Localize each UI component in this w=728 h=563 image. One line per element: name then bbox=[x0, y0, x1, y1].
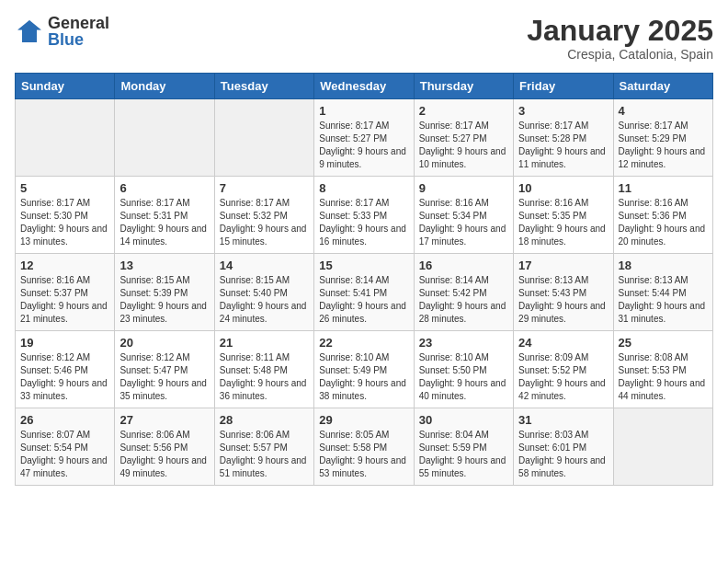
calendar-cell bbox=[214, 99, 313, 177]
weekday-header-monday: Monday bbox=[115, 74, 214, 99]
day-info: Sunrise: 8:15 AMSunset: 5:40 PMDaylight:… bbox=[220, 274, 309, 326]
calendar-cell: 12Sunrise: 8:16 AMSunset: 5:37 PMDayligh… bbox=[16, 254, 115, 331]
logo: General Blue bbox=[15, 15, 109, 48]
calendar-week-3: 12Sunrise: 8:16 AMSunset: 5:37 PMDayligh… bbox=[16, 254, 713, 331]
weekday-header-friday: Friday bbox=[514, 74, 613, 99]
day-info: Sunrise: 8:05 AMSunset: 5:58 PMDaylight:… bbox=[319, 429, 408, 480]
day-info: Sunrise: 8:04 AMSunset: 5:59 PMDaylight:… bbox=[419, 429, 508, 480]
day-info: Sunrise: 8:17 AMSunset: 5:27 PMDaylight:… bbox=[319, 120, 408, 171]
calendar-cell: 29Sunrise: 8:05 AMSunset: 5:58 PMDayligh… bbox=[314, 408, 414, 486]
calendar-cell: 15Sunrise: 8:14 AMSunset: 5:41 PMDayligh… bbox=[314, 254, 414, 331]
day-info: Sunrise: 8:03 AMSunset: 6:01 PMDaylight:… bbox=[518, 429, 608, 480]
calendar-cell: 27Sunrise: 8:06 AMSunset: 5:56 PMDayligh… bbox=[115, 408, 214, 486]
day-info: Sunrise: 8:16 AMSunset: 5:34 PMDaylight:… bbox=[419, 197, 508, 248]
day-info: Sunrise: 8:10 AMSunset: 5:49 PMDaylight:… bbox=[319, 351, 408, 403]
calendar-cell: 26Sunrise: 8:07 AMSunset: 5:54 PMDayligh… bbox=[16, 408, 115, 486]
day-info: Sunrise: 8:15 AMSunset: 5:39 PMDaylight:… bbox=[119, 274, 209, 326]
day-number: 19 bbox=[20, 336, 109, 350]
day-number: 24 bbox=[518, 336, 608, 350]
day-info: Sunrise: 8:11 AMSunset: 5:48 PMDaylight:… bbox=[220, 351, 309, 403]
day-info: Sunrise: 8:12 AMSunset: 5:47 PMDaylight:… bbox=[119, 351, 209, 403]
day-number: 9 bbox=[419, 181, 508, 195]
day-info: Sunrise: 8:12 AMSunset: 5:46 PMDaylight:… bbox=[20, 351, 109, 403]
day-number: 14 bbox=[220, 259, 309, 272]
calendar-cell bbox=[16, 99, 115, 177]
calendar-cell: 14Sunrise: 8:15 AMSunset: 5:40 PMDayligh… bbox=[214, 254, 313, 331]
day-number: 25 bbox=[619, 336, 708, 350]
calendar-body: 1Sunrise: 8:17 AMSunset: 5:27 PMDaylight… bbox=[16, 99, 713, 486]
day-info: Sunrise: 8:14 AMSunset: 5:41 PMDaylight:… bbox=[319, 274, 408, 326]
title-block: January 2025 Crespia, Catalonia, Spain bbox=[527, 15, 713, 62]
calendar-cell: 10Sunrise: 8:16 AMSunset: 5:35 PMDayligh… bbox=[514, 177, 613, 254]
calendar-week-5: 26Sunrise: 8:07 AMSunset: 5:54 PMDayligh… bbox=[16, 408, 713, 486]
calendar-cell: 1Sunrise: 8:17 AMSunset: 5:27 PMDaylight… bbox=[314, 99, 414, 177]
page-header: General Blue January 2025 Crespia, Catal… bbox=[15, 15, 713, 62]
day-info: Sunrise: 8:16 AMSunset: 5:36 PMDaylight:… bbox=[619, 197, 708, 248]
logo-text: General Blue bbox=[48, 15, 109, 48]
calendar-cell: 11Sunrise: 8:16 AMSunset: 5:36 PMDayligh… bbox=[613, 177, 712, 254]
day-number: 2 bbox=[419, 104, 508, 118]
weekday-header-thursday: Thursday bbox=[414, 74, 513, 99]
day-info: Sunrise: 8:17 AMSunset: 5:33 PMDaylight:… bbox=[319, 197, 408, 248]
day-number: 28 bbox=[220, 413, 309, 427]
day-number: 18 bbox=[619, 259, 708, 272]
calendar-cell: 3Sunrise: 8:17 AMSunset: 5:28 PMDaylight… bbox=[514, 99, 613, 177]
day-number: 23 bbox=[419, 336, 508, 350]
day-info: Sunrise: 8:16 AMSunset: 5:35 PMDaylight:… bbox=[518, 197, 608, 248]
month-title: January 2025 bbox=[527, 15, 713, 47]
day-info: Sunrise: 8:16 AMSunset: 5:37 PMDaylight:… bbox=[20, 274, 109, 326]
calendar-cell bbox=[613, 408, 712, 486]
day-info: Sunrise: 8:17 AMSunset: 5:31 PMDaylight:… bbox=[119, 197, 209, 248]
calendar-cell: 7Sunrise: 8:17 AMSunset: 5:32 PMDaylight… bbox=[214, 177, 313, 254]
day-number: 26 bbox=[20, 413, 109, 427]
weekday-row: SundayMondayTuesdayWednesdayThursdayFrid… bbox=[16, 74, 713, 99]
calendar-cell: 19Sunrise: 8:12 AMSunset: 5:46 PMDayligh… bbox=[16, 331, 115, 408]
calendar-cell: 28Sunrise: 8:06 AMSunset: 5:57 PMDayligh… bbox=[214, 408, 313, 486]
day-info: Sunrise: 8:09 AMSunset: 5:52 PMDaylight:… bbox=[518, 351, 608, 403]
calendar-week-1: 1Sunrise: 8:17 AMSunset: 5:27 PMDaylight… bbox=[16, 99, 713, 177]
day-info: Sunrise: 8:17 AMSunset: 5:27 PMDaylight:… bbox=[419, 120, 508, 171]
logo-general-text: General bbox=[48, 15, 109, 31]
day-number: 13 bbox=[119, 259, 209, 272]
day-number: 8 bbox=[319, 181, 408, 195]
day-number: 7 bbox=[220, 181, 309, 195]
day-number: 5 bbox=[20, 181, 109, 195]
day-number: 4 bbox=[619, 104, 708, 118]
day-number: 11 bbox=[619, 181, 708, 195]
day-number: 29 bbox=[319, 413, 408, 427]
weekday-header-sunday: Sunday bbox=[16, 74, 115, 99]
day-number: 20 bbox=[119, 336, 209, 350]
calendar-cell: 20Sunrise: 8:12 AMSunset: 5:47 PMDayligh… bbox=[115, 331, 214, 408]
calendar-cell: 4Sunrise: 8:17 AMSunset: 5:29 PMDaylight… bbox=[613, 99, 712, 177]
day-info: Sunrise: 8:10 AMSunset: 5:50 PMDaylight:… bbox=[419, 351, 508, 403]
calendar-table: SundayMondayTuesdayWednesdayThursdayFrid… bbox=[15, 73, 713, 486]
day-number: 16 bbox=[419, 259, 508, 272]
day-number: 10 bbox=[518, 181, 608, 195]
day-number: 15 bbox=[319, 259, 408, 272]
day-info: Sunrise: 8:14 AMSunset: 5:42 PMDaylight:… bbox=[419, 274, 508, 326]
weekday-header-saturday: Saturday bbox=[613, 74, 712, 99]
calendar-cell: 22Sunrise: 8:10 AMSunset: 5:49 PMDayligh… bbox=[314, 331, 414, 408]
day-info: Sunrise: 8:07 AMSunset: 5:54 PMDaylight:… bbox=[20, 429, 109, 480]
day-number: 27 bbox=[119, 413, 209, 427]
calendar-cell bbox=[115, 99, 214, 177]
calendar-cell: 18Sunrise: 8:13 AMSunset: 5:44 PMDayligh… bbox=[613, 254, 712, 331]
calendar-cell: 6Sunrise: 8:17 AMSunset: 5:31 PMDaylight… bbox=[115, 177, 214, 254]
day-number: 3 bbox=[518, 104, 608, 118]
logo-blue-text: Blue bbox=[48, 31, 109, 48]
day-number: 17 bbox=[518, 259, 608, 272]
day-info: Sunrise: 8:06 AMSunset: 5:57 PMDaylight:… bbox=[220, 429, 309, 480]
calendar-cell: 23Sunrise: 8:10 AMSunset: 5:50 PMDayligh… bbox=[414, 331, 513, 408]
calendar-cell: 13Sunrise: 8:15 AMSunset: 5:39 PMDayligh… bbox=[115, 254, 214, 331]
day-number: 1 bbox=[319, 104, 408, 118]
day-number: 12 bbox=[20, 259, 109, 272]
weekday-header-wednesday: Wednesday bbox=[314, 74, 414, 99]
weekday-header-tuesday: Tuesday bbox=[214, 74, 313, 99]
calendar-cell: 24Sunrise: 8:09 AMSunset: 5:52 PMDayligh… bbox=[514, 331, 613, 408]
day-info: Sunrise: 8:17 AMSunset: 5:30 PMDaylight:… bbox=[20, 197, 109, 248]
day-number: 30 bbox=[419, 413, 508, 427]
calendar-header: SundayMondayTuesdayWednesdayThursdayFrid… bbox=[16, 74, 713, 99]
day-number: 22 bbox=[319, 336, 408, 350]
calendar-cell: 21Sunrise: 8:11 AMSunset: 5:48 PMDayligh… bbox=[214, 331, 313, 408]
calendar-cell: 16Sunrise: 8:14 AMSunset: 5:42 PMDayligh… bbox=[414, 254, 513, 331]
